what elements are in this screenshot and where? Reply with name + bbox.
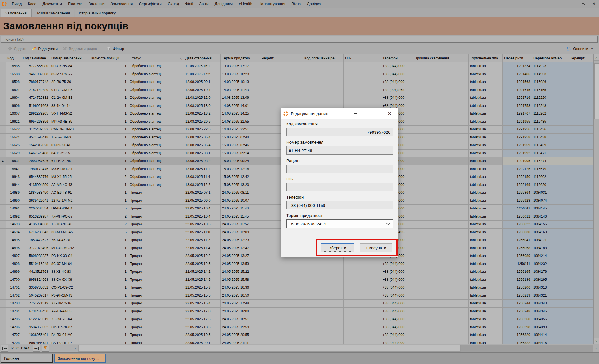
cell[interactable] — [260, 315, 303, 323]
menu-item-2[interactable]: Каса — [25, 1, 39, 7]
cell[interactable]: 14705 — [6, 315, 21, 323]
cell[interactable]: 22.05.2025 14:2 — [184, 268, 221, 276]
cell[interactable] — [568, 150, 593, 158]
cell[interactable]: 1084313 — [532, 284, 568, 292]
cell[interactable]: 1036956491 — [21, 331, 50, 339]
cell[interactable]: +38 (044) 000 — [381, 62, 413, 70]
cell[interactable]: Продаж — [128, 229, 184, 237]
cell[interactable]: tabletki.ua — [469, 197, 503, 205]
table-row[interactable]: 147069534063552CP-TP-7X-871Продаж22.05.2… — [0, 323, 593, 332]
cell[interactable] — [568, 252, 593, 260]
cell[interactable]: 12.08.2025 10:4 — [184, 86, 221, 94]
cell[interactable] — [303, 268, 344, 276]
cell[interactable]: 1256011 — [503, 205, 532, 213]
cell[interactable]: 1256022 — [503, 221, 532, 229]
cell[interactable]: 24.05.2025 18:04 — [221, 308, 260, 316]
cell[interactable]: 13.08.2025 18:23 — [221, 70, 260, 79]
cell[interactable] — [260, 300, 303, 308]
cell[interactable]: 1115602 — [532, 173, 568, 181]
cell[interactable]: 14700 — [6, 276, 21, 284]
cell[interactable]: tabletki.ua — [469, 157, 503, 165]
dialog-minimize-icon[interactable] — [354, 113, 357, 114]
cell[interactable]: 1115248 — [532, 102, 568, 110]
cell[interactable]: 1256041 — [503, 236, 532, 244]
cell[interactable]: AC-E6-T8-91 — [50, 189, 90, 197]
row-indicator[interactable] — [0, 300, 6, 308]
cell[interactable]: 22.05.2025 15:5 — [184, 292, 221, 300]
cell[interactable] — [413, 229, 469, 237]
row-indicator[interactable] — [0, 110, 6, 118]
cell[interactable]: Продаж — [128, 197, 184, 205]
cell[interactable]: 13.08.2025 08:2 — [184, 157, 221, 165]
cell[interactable]: Оброблено в аптеці — [128, 78, 184, 86]
cell[interactable]: 1256058 — [503, 244, 532, 252]
cell[interactable]: 5 — [90, 229, 128, 237]
cell[interactable] — [413, 110, 469, 118]
cell[interactable]: 24.05.2025 13:53 — [221, 260, 260, 268]
cell[interactable]: 1 — [90, 260, 128, 268]
cell[interactable] — [260, 268, 303, 276]
cell[interactable] — [413, 252, 469, 260]
cell[interactable]: Продаж — [128, 323, 184, 332]
cell[interactable]: +38 (097) 868 — [381, 86, 413, 94]
cell[interactable] — [303, 292, 344, 300]
cell[interactable] — [413, 236, 469, 244]
cell[interactable] — [303, 300, 344, 308]
row-indicator[interactable] — [0, 244, 6, 252]
cell[interactable] — [303, 70, 344, 79]
cell[interactable] — [344, 94, 381, 102]
cell[interactable] — [303, 315, 344, 323]
cell[interactable]: 1256206 — [503, 284, 532, 292]
chevron-down-icon[interactable] — [386, 221, 390, 225]
cell[interactable]: 14693 — [6, 221, 21, 229]
cell[interactable]: 16607 — [6, 110, 21, 118]
row-indicator[interactable] — [0, 70, 6, 79]
cell[interactable] — [303, 62, 344, 70]
cell[interactable]: 0H-CK-95-A4 — [50, 62, 90, 70]
cell[interactable]: 1084232 — [532, 260, 568, 268]
cell[interactable]: 1084356 — [532, 315, 568, 323]
cell[interactable] — [568, 221, 593, 229]
cell[interactable] — [260, 331, 303, 339]
table-row[interactable]: 1469855194162488C-07-M4-641Продаж22.05.2… — [0, 260, 593, 268]
cell[interactable]: 1256248 — [503, 308, 532, 316]
table-row[interactable]: 147046734488450A2-1B-A4-551Продаж22.05.2… — [0, 308, 593, 316]
cell[interactable] — [413, 62, 469, 70]
cell[interactable]: 1084074 — [532, 197, 568, 205]
add-button[interactable]: Додати — [5, 45, 29, 52]
cell[interactable]: tabletki.ua — [469, 94, 503, 102]
cell[interactable]: 1 — [90, 165, 128, 173]
cell[interactable]: 1084031 — [532, 189, 568, 197]
cell[interactable]: 14694 — [6, 229, 21, 237]
column-header-16[interactable]: Перевірт — [568, 54, 593, 62]
cell[interactable] — [303, 86, 344, 94]
cell[interactable]: 15.08.2025 07:44 — [221, 134, 260, 142]
cell[interactable] — [413, 165, 469, 173]
cell[interactable]: 14.08.2025 10:13 — [221, 78, 260, 86]
row-indicator[interactable] — [0, 165, 6, 173]
cell[interactable]: Продаж — [128, 284, 184, 292]
cell[interactable]: 1291374 — [503, 62, 532, 70]
cell[interactable]: 1115439 — [532, 141, 568, 150]
cell[interactable]: 6716238643 — [21, 229, 50, 237]
vertical-scroll-thumb[interactable] — [594, 63, 599, 119]
cell[interactable]: 12-K7-1M-M2 — [50, 197, 90, 205]
row-indicator[interactable] — [0, 252, 6, 260]
cell[interactable]: 1 — [90, 86, 128, 94]
cell[interactable]: 22.05.2025 10:4 — [184, 205, 221, 213]
cell[interactable]: Оброблено в аптеці — [128, 94, 184, 102]
cell[interactable]: 22.05.2025 14:5 — [184, 276, 221, 284]
column-header-2[interactable]: Код замовлен — [21, 54, 50, 62]
table-row[interactable]: 147025045267617P0-9T-CM-T31Продаж22.05.2… — [0, 292, 593, 300]
cell[interactable]: 1291767 — [503, 110, 532, 118]
cell[interactable]: +38 (044) 000 — [381, 315, 413, 323]
column-header-15[interactable]: Перевірте номер — [532, 54, 568, 62]
cell[interactable]: 1114923 — [532, 62, 568, 70]
cell[interactable] — [413, 300, 469, 308]
restore-icon[interactable] — [582, 2, 585, 6]
row-indicator[interactable] — [0, 181, 6, 189]
cell[interactable]: 1 — [90, 150, 128, 158]
cell[interactable]: 5867844611 — [21, 339, 50, 344]
table-row[interactable]: 14700895832496338-CA-9X-X61Продаж22.05.2… — [0, 276, 593, 284]
cell[interactable]: Продаж — [128, 252, 184, 260]
